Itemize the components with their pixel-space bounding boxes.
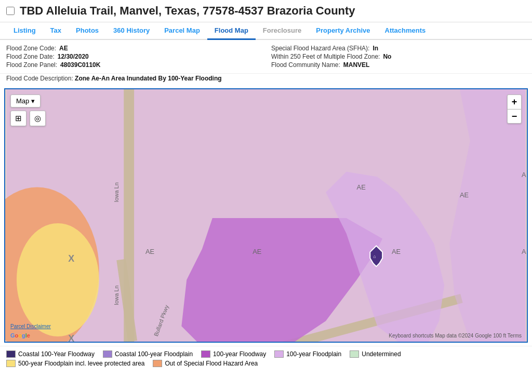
- sfha-row: Special Flood Hazard Area (SFHA): In: [271, 44, 526, 52]
- legend-100yr-floodplain: 100-year Floodplain: [274, 350, 341, 358]
- multi-flood-label: Within 250 Feet of Multiple Flood Zone:: [271, 53, 380, 60]
- tab-property-archive[interactable]: Property Archive: [309, 22, 377, 40]
- svg-text:AE: AE: [145, 248, 155, 255]
- flood-zone-date-row: Flood Zone Date: 12/30/2020: [6, 52, 261, 61]
- legend-100yr-floodplain-label: 100-year Floodplain: [286, 350, 341, 358]
- tab-photos[interactable]: Photos: [69, 22, 106, 40]
- tab-listing[interactable]: Listing: [6, 22, 43, 40]
- parcel-disclaimer-link[interactable]: Parcel Disclaimer: [10, 323, 51, 329]
- nav-tabs: Listing Tax Photos 360 History Parcel Ma…: [0, 22, 532, 40]
- legend-undetermined-swatch: [350, 350, 359, 358]
- legend-out-of-sfha-label: Out of Special Flood Hazard Area: [165, 360, 258, 367]
- legend-coastal-floodway-label: Coastal 100-Year Floodway: [18, 350, 95, 358]
- svg-point-3: [17, 223, 99, 336]
- map-type-chevron-icon: ▾: [31, 97, 35, 105]
- layers-icon: ⊞: [15, 114, 22, 123]
- location-button[interactable]: ◎: [30, 111, 46, 126]
- tab-foreclosure[interactable]: Foreclosure: [256, 22, 309, 40]
- flood-map-container[interactable]: Iowa Ln Iowa Ln Bullard Pkwy Alleluia Tr…: [4, 88, 528, 343]
- multi-flood-value: No: [383, 53, 391, 60]
- community-name-value: MANVEL: [343, 61, 370, 69]
- legend-100yr-floodway-label: 100-year Floodway: [213, 350, 266, 358]
- google-logo: Google: [10, 332, 30, 339]
- flood-zone-code-label: Flood Zone Code:: [6, 45, 56, 52]
- map-controls-left: Map ▾ ⊞ ◎: [10, 94, 46, 126]
- tab-360-history[interactable]: 360 History: [106, 22, 157, 40]
- svg-text:A: A: [522, 171, 526, 179]
- legend-100yr-floodway-swatch: [201, 350, 210, 358]
- sfha-label: Special Flood Hazard Area (SFHA):: [271, 45, 369, 52]
- svg-text:⌂: ⌂: [373, 254, 376, 259]
- legend-coastal-floodplain: Coastal 100-year Floodplain: [103, 350, 193, 358]
- map-legend: Coastal 100-Year Floodway Coastal 100-ye…: [0, 346, 532, 371]
- page-title: TBD Alleluia Trail, Manvel, Texas, 77578…: [20, 4, 355, 18]
- tab-parcel-map[interactable]: Parcel Map: [157, 22, 207, 40]
- legend-100yr-floodway: 100-year Floodway: [201, 350, 266, 358]
- svg-text:Iowa Ln: Iowa Ln: [113, 182, 119, 202]
- svg-text:Iowa Ln: Iowa Ln: [113, 286, 119, 305]
- flood-zone-code-row: Flood Zone Code: AE: [6, 44, 261, 52]
- flood-desc-label: Flood Code Description:: [6, 75, 73, 82]
- flood-zone-date-value: 12/30/2020: [58, 53, 89, 60]
- svg-text:A: A: [522, 248, 526, 255]
- legend-coastal-floodplain-label: Coastal 100-year Floodplain: [115, 350, 193, 358]
- legend-undetermined-label: Undetermined: [362, 350, 401, 358]
- tab-tax[interactable]: Tax: [43, 22, 69, 40]
- legend-undetermined: Undetermined: [350, 350, 401, 358]
- svg-text:AE: AE: [392, 248, 401, 255]
- svg-text:X: X: [68, 253, 74, 264]
- title-bar: TBD Alleluia Trail, Manvel, Texas, 77578…: [0, 0, 532, 22]
- legend-out-of-sfha: Out of Special Flood Hazard Area: [153, 360, 258, 367]
- map-svg: Iowa Ln Iowa Ln Bullard Pkwy Alleluia Tr…: [5, 89, 527, 342]
- sfha-value: In: [373, 45, 378, 52]
- map-type-button[interactable]: Map ▾: [10, 94, 41, 107]
- flood-zone-panel-label: Flood Zone Panel:: [6, 61, 57, 69]
- legend-coastal-floodplain-swatch: [103, 350, 112, 358]
- legend-500yr-floodplain: 500-year Floodplain incl. levee protecte…: [6, 360, 144, 367]
- flood-zone-panel-row: Flood Zone Panel: 48039C0110K: [6, 61, 261, 69]
- multi-flood-row: Within 250 Feet of Multiple Flood Zone: …: [271, 52, 526, 61]
- map-type-label: Map: [16, 97, 29, 105]
- svg-text:AE: AE: [460, 191, 469, 199]
- flood-zone-code-value: AE: [59, 45, 68, 52]
- community-name-row: Flood Community Name: MANVEL: [271, 61, 526, 69]
- tab-flood-map[interactable]: Flood Map: [207, 22, 256, 40]
- community-name-label: Flood Community Name:: [271, 61, 340, 69]
- flood-zone-date-label: Flood Zone Date:: [6, 53, 55, 60]
- legend-500yr-floodplain-label: 500-year Floodplain incl. levee protecte…: [18, 360, 144, 367]
- title-checkbox[interactable]: [6, 7, 15, 15]
- svg-text:AE: AE: [357, 183, 366, 191]
- legend-coastal-floodway-swatch: [6, 350, 16, 358]
- legend-out-of-sfha-swatch: [153, 360, 162, 367]
- flood-zone-panel-value: 48039C0110K: [60, 61, 100, 69]
- zoom-in-button[interactable]: +: [507, 94, 522, 109]
- tab-attachments[interactable]: Attachments: [378, 22, 433, 40]
- flood-description-row: Flood Code Description: Zone Ae-An Area …: [0, 74, 532, 85]
- flood-info-section: Flood Zone Code: AE Flood Zone Date: 12/…: [0, 40, 532, 74]
- map-attribution: Keyboard shortcuts Map data ©2024 Google…: [389, 333, 522, 339]
- svg-text:AE: AE: [252, 248, 262, 255]
- flood-desc-value: Zone Ae-An Area Inundated By 100-Year Fl…: [75, 75, 222, 82]
- svg-text:AE: AE: [238, 341, 247, 342]
- zoom-out-button[interactable]: −: [507, 109, 522, 124]
- legend-500yr-floodplain-swatch: [6, 360, 16, 367]
- legend-100yr-floodplain-swatch: [274, 350, 284, 358]
- legend-coastal-floodway: Coastal 100-Year Floodway: [6, 350, 95, 358]
- layers-button[interactable]: ⊞: [10, 111, 26, 126]
- svg-text:X: X: [68, 333, 74, 342]
- map-zoom-controls: + −: [507, 94, 522, 124]
- location-icon: ◎: [34, 114, 41, 123]
